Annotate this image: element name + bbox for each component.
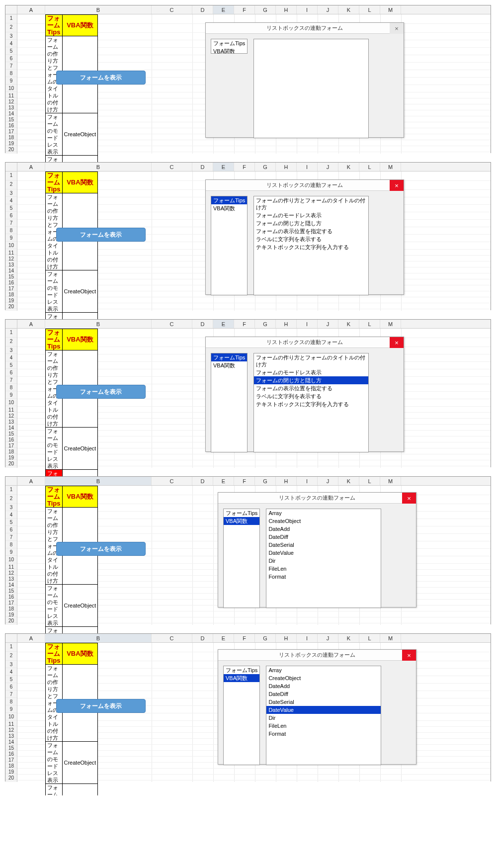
listbox-category-item-0[interactable]: フォームTips [211, 353, 247, 361]
row-header-12[interactable]: 12 [5, 255, 17, 261]
col-header-K[interactable]: K [338, 320, 359, 328]
listbox-detail-item-4[interactable]: ラベルに文字列を表示する [254, 392, 368, 400]
listbox-detail-item-4[interactable]: ラベルに文字列を表示する [254, 235, 368, 243]
row-header-4[interactable]: 4 [5, 40, 17, 47]
col-header-L[interactable]: L [359, 320, 380, 328]
close-button[interactable]: × [402, 493, 416, 504]
col-header-D[interactable]: D [192, 634, 213, 642]
listbox-detail-item-7[interactable]: FileLen [266, 722, 381, 730]
row-header-6[interactable]: 6 [5, 683, 17, 691]
listbox-detail-item-3[interactable]: フォームの表示位置を指定する [254, 384, 368, 392]
row-header-17[interactable]: 17 [5, 128, 17, 134]
userform-titlebar[interactable]: リストボックスの連動フォーム× [206, 180, 404, 191]
listbox-detail-item-5[interactable]: テキストボックスに文字列を入力する [254, 243, 368, 251]
row-header-17[interactable]: 17 [5, 599, 17, 605]
col-header-G[interactable]: G [255, 163, 276, 171]
row-header-13[interactable]: 13 [5, 732, 17, 738]
row-header-10[interactable]: 10 [5, 713, 17, 720]
show-form-button[interactable]: フォームを表示 [56, 71, 146, 85]
col-header-F[interactable]: F [234, 5, 255, 14]
userform[interactable]: リストボックスの連動フォーム×フォームTipsVBA関数 [205, 22, 404, 138]
listbox-category-item-0[interactable]: フォームTips [224, 666, 259, 674]
row-header-3[interactable]: 3 [5, 504, 17, 511]
row-header-18[interactable]: 18 [5, 291, 17, 297]
row-header-5[interactable]: 5 [5, 47, 17, 55]
col-header-C[interactable]: C [152, 634, 192, 642]
listbox-detail[interactable]: ArrayCreateObjectDateAddDateDiffDateSeri… [266, 666, 381, 765]
row-header-1[interactable]: 1 [5, 172, 17, 180]
row-header-9[interactable]: 9 [5, 77, 17, 85]
col-header-C[interactable]: C [152, 477, 192, 485]
listbox-category-item-0[interactable]: フォームTips [224, 509, 259, 517]
col-header-H[interactable]: H [276, 477, 297, 485]
row-header-17[interactable]: 17 [5, 442, 17, 448]
col-header-D[interactable]: D [192, 320, 213, 328]
userform-titlebar[interactable]: リストボックスの連動フォーム× [218, 650, 416, 661]
select-all-corner[interactable] [5, 163, 17, 171]
col-header-A[interactable]: A [17, 320, 45, 328]
listbox-detail-item-2[interactable]: フォームの閉じ方と隠し方 [254, 219, 368, 227]
row-header-5[interactable]: 5 [5, 676, 17, 683]
listbox-category[interactable]: フォームTipsVBA関数 [211, 353, 248, 452]
row-header-1[interactable]: 1 [5, 643, 17, 652]
row-header-6[interactable]: 6 [5, 526, 17, 533]
col-header-M[interactable]: M [380, 320, 401, 328]
col-header-G[interactable]: G [255, 5, 276, 14]
row-header-13[interactable]: 13 [5, 575, 17, 581]
listbox-detail-item-0[interactable]: フォームの作り方とフォームのタイトルの付け方 [254, 196, 368, 211]
row-header-2[interactable]: 2 [5, 495, 17, 504]
col-header-M[interactable]: M [380, 634, 401, 642]
listbox-detail-item-4[interactable]: DateSerial [266, 698, 381, 706]
row-header-9[interactable]: 9 [5, 234, 17, 242]
row-header-19[interactable]: 19 [5, 454, 17, 460]
col-header-G[interactable]: G [255, 320, 276, 328]
col-header-J[interactable]: J [318, 163, 338, 171]
row-header-4[interactable]: 4 [5, 511, 17, 519]
listbox-detail-item-5[interactable]: テキストボックスに文字列を入力する [254, 400, 368, 408]
row-header-20[interactable]: 20 [5, 460, 17, 466]
listbox-detail[interactable]: ArrayCreateObjectDateAddDateDiffDateSeri… [266, 509, 381, 608]
col-header-L[interactable]: L [359, 634, 380, 642]
row-header-5[interactable]: 5 [5, 204, 17, 212]
col-header-I[interactable]: I [297, 320, 318, 328]
col-header-D[interactable]: D [192, 477, 213, 485]
col-header-B[interactable]: B [45, 634, 152, 642]
row-header-5[interactable]: 5 [5, 361, 17, 369]
cell-vba-2[interactable]: DateAdd [62, 784, 98, 796]
grid-area[interactable]: フォームTipsVBA関数フォームの作り方とフォームのタイトルの付け方Array… [17, 486, 491, 625]
col-header-K[interactable]: K [338, 163, 359, 171]
select-all-corner[interactable] [5, 477, 17, 485]
row-header-18[interactable]: 18 [5, 605, 17, 611]
userform-titlebar[interactable]: リストボックスの連動フォーム× [218, 493, 416, 504]
col-header-I[interactable]: I [297, 163, 318, 171]
close-button[interactable]: × [402, 650, 416, 661]
row-header-6[interactable]: 6 [5, 212, 17, 219]
listbox-detail-item-3[interactable]: DateDiff [266, 533, 381, 541]
listbox-detail[interactable]: フォームの作り方とフォームのタイトルの付け方フォームのモードレス表示フォームの閉… [253, 196, 369, 295]
row-header-13[interactable]: 13 [5, 418, 17, 424]
listbox-detail[interactable] [253, 39, 369, 138]
col-header-L[interactable]: L [359, 163, 380, 171]
listbox-category-item-1[interactable]: VBA関数 [211, 47, 247, 54]
listbox-category-item-0[interactable]: フォームTips [211, 39, 247, 47]
col-header-K[interactable]: K [338, 477, 359, 485]
col-header-L[interactable]: L [359, 477, 380, 485]
cell-tips-1[interactable]: フォームのモードレス表示 [46, 585, 63, 627]
row-header-13[interactable]: 13 [5, 104, 17, 110]
close-button[interactable]: × [390, 337, 404, 348]
row-header-11[interactable]: 11 [5, 720, 17, 726]
row-header-1[interactable]: 1 [5, 329, 17, 338]
row-header-7[interactable]: 7 [5, 376, 17, 384]
col-header-H[interactable]: H [276, 163, 297, 171]
row-header-14[interactable]: 14 [5, 424, 17, 430]
row-header-17[interactable]: 17 [5, 285, 17, 291]
row-header-1[interactable]: 1 [5, 14, 17, 23]
listbox-category[interactable]: フォームTipsVBA関数 [211, 196, 248, 295]
row-header-19[interactable]: 19 [5, 768, 17, 774]
col-header-J[interactable]: J [318, 477, 338, 485]
listbox-category[interactable]: フォームTipsVBA関数 [223, 666, 260, 765]
cell-tips-1[interactable]: フォームのモードレス表示 [46, 742, 63, 784]
listbox-detail[interactable]: フォームの作り方とフォームのタイトルの付け方フォームのモードレス表示フォームの閉… [253, 353, 369, 452]
listbox-detail-item-0[interactable]: Array [266, 509, 381, 517]
row-header-10[interactable]: 10 [5, 242, 17, 249]
